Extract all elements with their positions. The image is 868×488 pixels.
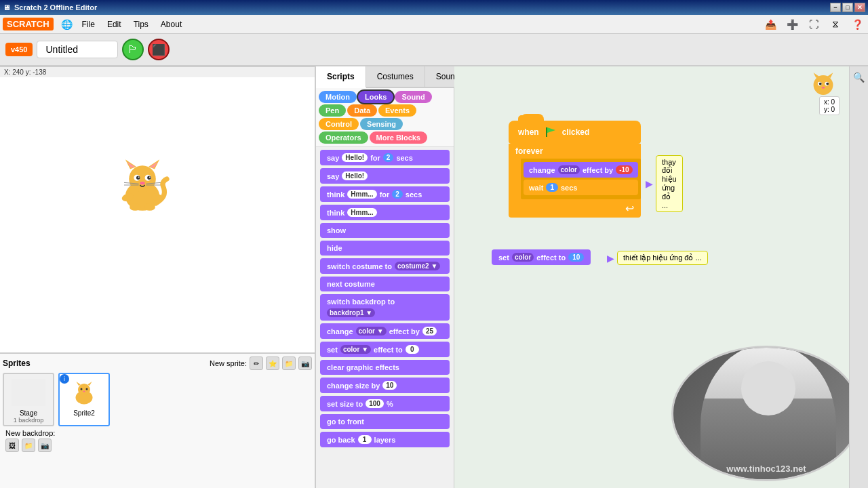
add-icon[interactable]: ➕ xyxy=(784,16,800,33)
sprite2-thumb xyxy=(64,375,104,409)
svg-point-31 xyxy=(814,75,833,95)
effect-by-label: effect by xyxy=(583,166,613,174)
color-dropdown-set[interactable]: color xyxy=(512,253,534,262)
paint-sprite-button[interactable]: ✏ xyxy=(250,357,263,370)
minimize-button[interactable]: − xyxy=(830,3,841,12)
svg-point-36 xyxy=(819,83,822,85)
globe-icon[interactable]: 🌐 xyxy=(59,16,75,33)
set-size-block[interactable]: set size to 100 % xyxy=(320,396,450,411)
webcam-content: www.tinhoc123.net xyxy=(673,348,859,479)
cat-control-button[interactable]: Control xyxy=(319,118,359,130)
tab-costumes[interactable]: Costumes xyxy=(366,66,425,87)
expand-icon[interactable]: 🔍 xyxy=(850,69,867,85)
sprite2-name: Sprite2 xyxy=(61,409,107,417)
hat-bump xyxy=(521,114,544,123)
think-hmm-block[interactable]: think Hmm... xyxy=(320,205,450,220)
change-size-block[interactable]: change size by 10 xyxy=(320,378,450,393)
change-color-script-block[interactable]: change color effect by -10 xyxy=(524,162,638,178)
maximize-button[interactable]: □ xyxy=(842,3,853,12)
script-area[interactable]: when clicked forever change xyxy=(454,66,868,488)
tab-scripts[interactable]: Scripts xyxy=(316,66,366,88)
tips-menu[interactable]: Tips xyxy=(128,18,154,31)
help-icon[interactable]: ❓ xyxy=(849,16,865,33)
cat-sound-button[interactable]: Sound xyxy=(395,91,431,103)
switch-backdrop-block[interactable]: switch backdrop to backdrop1 ▼ xyxy=(320,294,450,321)
new-sprite-button[interactable]: ⭐ xyxy=(266,357,279,370)
window-icon: 🖥 xyxy=(3,3,10,12)
switch-costume-block[interactable]: switch costume to costume2 ▼ xyxy=(320,258,450,274)
svg-point-38 xyxy=(822,87,825,89)
backdrop-icons: 🖼 📁 📷 xyxy=(5,439,309,452)
svg-point-12 xyxy=(140,182,144,185)
color-dropdown-change[interactable]: color xyxy=(558,165,580,174)
svg-point-19 xyxy=(130,203,140,211)
title-bar-left: 🖥 Scratch 2 Offline Editor xyxy=(3,3,97,12)
say-hello-secs-block[interactable]: say Hello! for 2 secs xyxy=(320,150,450,165)
upload-backdrop-button[interactable]: 📁 xyxy=(22,439,35,452)
stage-canvas[interactable]: X: 240 y: -138 xyxy=(0,66,315,352)
menu-bar: SCRATCH 🌐 File Edit Tips About 📤 ➕ ⛶ ⧖ ❓ xyxy=(0,15,868,34)
upload-icon[interactable]: 📤 xyxy=(762,16,778,33)
paint-backdrop-button[interactable]: 🖼 xyxy=(5,439,19,452)
set-value: 10 xyxy=(568,253,584,262)
stage-sprite-item[interactable]: Stage 1 backdrop xyxy=(3,373,54,426)
svg-point-10 xyxy=(138,176,140,178)
file-menu[interactable]: File xyxy=(77,18,100,31)
svg-point-11 xyxy=(149,176,151,178)
stage-backdrop-count: 1 backdrop xyxy=(5,417,52,424)
new-sprite-controls: New sprite: ✏ ⭐ 📁 📷 xyxy=(210,357,312,370)
cat-more-button[interactable]: More Blocks xyxy=(370,131,427,144)
next-costume-block[interactable]: next costume xyxy=(320,277,450,291)
cat-looks-button[interactable]: Looks xyxy=(358,91,393,103)
sprite2-item[interactable]: i Sprite2 xyxy=(58,373,110,426)
content-area: X: 240 y: -138 Sprites New sprite: ✏ ⭐ 📁… xyxy=(0,66,868,488)
forever-arrow-icon: ↩ xyxy=(625,202,634,215)
comment2-container: ▶ thiết lập hiệu ứng đỏ ... xyxy=(607,251,708,265)
cat-data-button[interactable]: Data xyxy=(347,104,377,117)
wait-script-block[interactable]: wait 1 secs xyxy=(524,180,638,195)
x-coord: X: 240 xyxy=(4,68,24,76)
forever-label: forever xyxy=(509,144,641,159)
go-to-front-block[interactable]: go to front xyxy=(320,414,450,429)
comment1-container: ▶ thay đổi hiệu ứng đỏ ... xyxy=(646,155,683,212)
about-menu[interactable]: About xyxy=(155,18,187,31)
watermark: www.tinhoc123.net xyxy=(726,464,806,474)
project-name-field[interactable]: Untitled xyxy=(37,41,118,58)
close-button[interactable]: ✕ xyxy=(854,3,865,12)
svg-point-26 xyxy=(81,388,83,390)
think-hmm-secs-block[interactable]: think Hmm... for 2 secs xyxy=(320,186,450,202)
svg-point-23 xyxy=(78,384,90,396)
edit-menu[interactable]: Edit xyxy=(102,18,127,31)
green-flag-button[interactable]: 🏳 xyxy=(122,39,144,60)
sprites-header: Sprites New sprite: ✏ ⭐ 📁 📷 xyxy=(3,357,312,370)
upload-sprite-button[interactable]: 📁 xyxy=(282,357,296,370)
set-color-effect-block[interactable]: set color ▼ effect to 0 xyxy=(320,342,450,357)
say-hello-block[interactable]: say Hello! xyxy=(320,168,450,184)
go-back-layers-block[interactable]: go back 1 layers xyxy=(320,432,450,447)
cat-events-button[interactable]: Events xyxy=(378,104,416,117)
set-script-block[interactable]: set color effect to 10 xyxy=(492,249,591,265)
show-block[interactable]: show xyxy=(320,223,450,238)
cat-sensing-button[interactable]: Sensing xyxy=(360,118,403,130)
camera-sprite-button[interactable]: 📷 xyxy=(298,357,312,370)
hide-block[interactable]: hide xyxy=(320,241,450,256)
change-color-effect-block[interactable]: change color ▼ effect by 25 xyxy=(320,323,450,339)
share-icon[interactable]: ⧖ xyxy=(827,16,844,33)
svg-point-1 xyxy=(129,165,156,192)
window-title: Scratch 2 Offline Editor xyxy=(14,3,97,12)
cat-pen-button[interactable]: Pen xyxy=(319,104,346,117)
cat-sprite xyxy=(112,155,173,216)
set-block-container: set color effect to 10 xyxy=(492,249,591,265)
stage-area: X: 240 y: -138 Sprites New sprite: ✏ ⭐ 📁… xyxy=(0,66,316,488)
title-bar: 🖥 Scratch 2 Offline Editor − □ ✕ xyxy=(0,0,868,15)
sprites-panel: Sprites New sprite: ✏ ⭐ 📁 📷 Stage 1 back… xyxy=(0,352,315,488)
comment2-arrow: ▶ xyxy=(607,253,614,264)
cat-operators-button[interactable]: Operators xyxy=(319,131,368,144)
y-coord: y: -138 xyxy=(26,68,47,76)
clear-graphic-effects-block[interactable]: clear graphic effects xyxy=(320,360,450,375)
cat-motion-button[interactable]: Motion xyxy=(319,91,357,103)
fullscreen-icon[interactable]: ⛶ xyxy=(806,16,822,33)
hat-block[interactable]: when clicked forever change xyxy=(509,121,641,218)
camera-backdrop-button[interactable]: 📷 xyxy=(38,439,52,452)
stop-button[interactable]: ⬛ xyxy=(148,39,170,60)
